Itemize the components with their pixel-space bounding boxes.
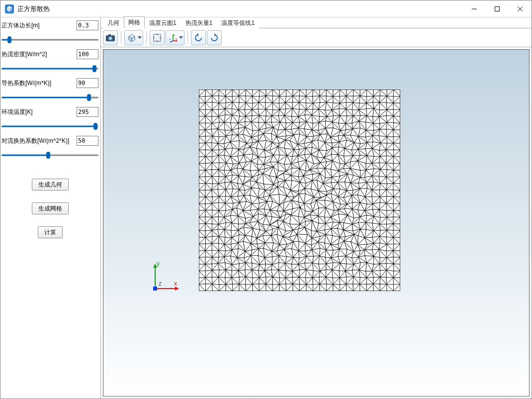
titlebar: 正方形散热 (0, 0, 532, 17)
rotate-ccw-icon (193, 33, 203, 43)
tab-geometry[interactable]: 几何 (103, 17, 124, 28)
conductivity-input[interactable] (77, 78, 98, 88)
param-label: 热流密度[W/m^2] (1, 50, 47, 59)
viewport-toolbar: y x z (101, 28, 532, 47)
window-title: 正方形散热 (17, 4, 463, 13)
axis-z-label: z (159, 280, 162, 287)
param-heat-flux: 热流密度[W/m^2] (1, 49, 98, 72)
cube-view-icon (127, 33, 137, 43)
convection-coef-input[interactable] (77, 136, 98, 146)
sidebar: 正方体边长[m] 热流密度[W/m^2] 导热系数[W/(m*K)] (0, 17, 101, 399)
viewport[interactable]: y x z (103, 49, 530, 397)
param-label: 导热系数[W/(m*K)] (1, 79, 51, 88)
close-button[interactable] (509, 0, 532, 17)
rotate-cw-icon (209, 33, 219, 43)
param-label: 正方体边长[m] (1, 21, 40, 30)
param-label: 对流换热系数[W/(m^2*K)] (1, 137, 69, 145)
tab-bar: 几何 网格 温度云图1 热流矢量1 温度等值线1 (101, 17, 532, 28)
axis-x-label: x (174, 280, 177, 287)
param-edge-length: 正方体边长[m] (1, 20, 98, 43)
svg-line-14 (170, 41, 173, 42)
ambient-temp-input[interactable] (77, 107, 98, 117)
maximize-button[interactable] (486, 0, 509, 17)
tab-temperature[interactable]: 温度云图1 (145, 17, 181, 28)
rotate-ccw-button[interactable] (191, 30, 206, 45)
svg-text:x: x (176, 37, 177, 40)
main-area: 几何 网格 温度云图1 热流矢量1 温度等值线1 (101, 17, 532, 399)
heat-flux-slider[interactable] (1, 65, 98, 72)
screenshot-button[interactable] (103, 30, 118, 45)
axis-triad: y x z (145, 259, 185, 294)
axes-triad-button[interactable]: y x z (166, 30, 184, 45)
chevron-down-icon (138, 36, 142, 39)
cube-view-button[interactable] (124, 30, 143, 45)
svg-text:y: y (174, 33, 175, 36)
generate-mesh-button[interactable]: 生成网格 (32, 202, 69, 214)
param-conductivity: 导热系数[W/(m*K)] (1, 78, 98, 101)
zoom-extents-icon (152, 33, 162, 43)
edge-length-slider[interactable] (1, 36, 98, 43)
svg-rect-6 (108, 34, 111, 36)
generate-geometry-button[interactable]: 生成几何 (32, 179, 69, 191)
ambient-temp-slider[interactable] (1, 123, 98, 130)
svg-rect-19 (153, 287, 157, 291)
svg-rect-2 (495, 6, 500, 11)
convection-coef-slider[interactable] (1, 152, 98, 159)
xyz-axes-icon: y x z (168, 33, 178, 43)
app-icon (4, 4, 14, 14)
heat-flux-input[interactable] (77, 49, 98, 59)
svg-point-8 (109, 37, 111, 39)
tab-mesh[interactable]: 网格 (124, 16, 145, 28)
tab-heatflow[interactable]: 热流矢量1 (181, 17, 217, 28)
axis-y-label: y (157, 260, 160, 267)
chevron-down-icon (179, 36, 183, 39)
tab-isotherm[interactable]: 温度等值线1 (217, 17, 259, 28)
param-label: 环境温度[K] (1, 108, 33, 116)
edge-length-input[interactable] (77, 20, 98, 30)
mesh-plot (199, 90, 400, 291)
param-convection-coef: 对流换热系数[W/(m^2*K)] (1, 136, 98, 159)
minimize-button[interactable] (463, 0, 486, 17)
screenshot-icon (105, 34, 115, 42)
rotate-cw-button[interactable] (207, 30, 222, 45)
compute-button[interactable]: 计算 (38, 226, 63, 238)
svg-text:z: z (169, 38, 171, 41)
conductivity-slider[interactable] (1, 94, 98, 101)
zoom-extents-button[interactable] (150, 30, 165, 45)
param-ambient-temp: 环境温度[K] (1, 107, 98, 130)
svg-rect-9 (154, 34, 161, 41)
